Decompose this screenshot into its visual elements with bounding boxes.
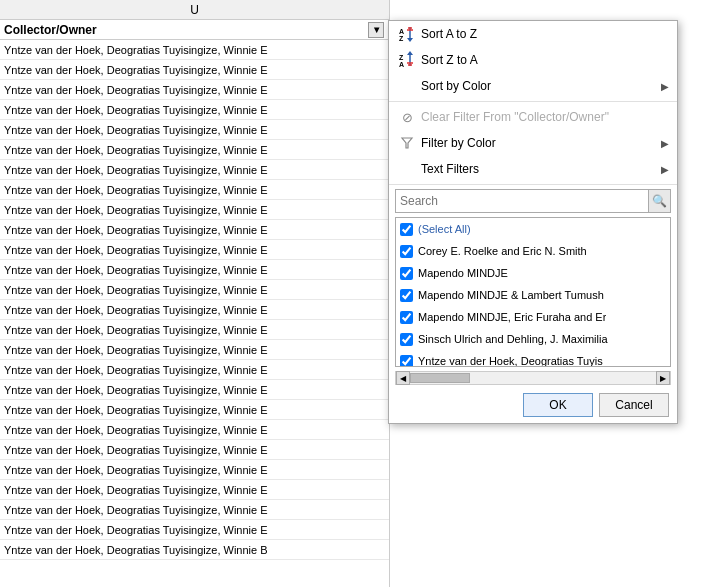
table-row: Yntze van der Hoek, Deogratias Tuyisingi… <box>0 520 389 540</box>
text-filters-arrow: ▶ <box>661 164 669 175</box>
checkbox-label: Sinsch Ulrich and Dehling, J. Maximilia <box>418 333 608 345</box>
column-header-row: Collector/Owner ▾ <box>0 20 389 40</box>
checkbox-label: Yntze van der Hoek, Deogratias Tuyis <box>418 355 603 367</box>
sort-za-label: Sort Z to A <box>421 53 669 67</box>
sort-az-label: Sort A to Z <box>421 27 669 41</box>
search-button[interactable]: 🔍 <box>648 190 670 212</box>
table-row: Yntze van der Hoek, Deogratias Tuyisingi… <box>0 60 389 80</box>
sort-by-color-arrow: ▶ <box>661 81 669 92</box>
spreadsheet-body: Yntze van der Hoek, Deogratias Tuyisingi… <box>0 40 389 560</box>
sort-az-icon: A Z <box>397 25 417 43</box>
checkbox-item[interactable]: Mapendo MINDJE, Eric Furaha and Er <box>396 306 670 328</box>
table-row: Yntze van der Hoek, Deogratias Tuyisingi… <box>0 420 389 440</box>
table-row: Yntze van der Hoek, Deogratias Tuyisingi… <box>0 480 389 500</box>
svg-text:Z: Z <box>399 35 404 42</box>
checkbox-input[interactable] <box>400 289 413 302</box>
table-row: Yntze van der Hoek, Deogratias Tuyisingi… <box>0 160 389 180</box>
checkbox-label: Mapendo MINDJE & Lambert Tumush <box>418 289 604 301</box>
checkbox-item[interactable]: Corey E. Roelke and Eric N. Smith <box>396 240 670 262</box>
table-row: Yntze van der Hoek, Deogratias Tuyisingi… <box>0 440 389 460</box>
svg-text:Z: Z <box>399 54 404 61</box>
table-row: Yntze van der Hoek, Deogratias Tuyisingi… <box>0 540 389 560</box>
table-row: Yntze van der Hoek, Deogratias Tuyisingi… <box>0 80 389 100</box>
sort-by-color-label: Sort by Color <box>421 79 657 93</box>
checkbox-label: Mapendo MINDJE <box>418 267 508 279</box>
checkbox-item[interactable]: Mapendo MINDJE <box>396 262 670 284</box>
checkbox-label: (Select All) <box>418 223 471 235</box>
svg-text:A: A <box>399 28 404 35</box>
text-filters-item[interactable]: Text Filters ▶ <box>389 156 677 182</box>
filter-dropdown-panel: A Z Sort A to Z Z A Sort Z to A <box>388 20 678 424</box>
dialog-buttons: OK Cancel <box>389 387 677 423</box>
table-row: Yntze van der Hoek, Deogratias Tuyisingi… <box>0 280 389 300</box>
sort-az-item[interactable]: A Z Sort A to Z <box>389 21 677 47</box>
svg-marker-3 <box>407 38 413 42</box>
checkbox-input[interactable] <box>400 311 413 324</box>
table-row: Yntze van der Hoek, Deogratias Tuyisingi… <box>0 260 389 280</box>
checkbox-item[interactable]: Yntze van der Hoek, Deogratias Tuyis <box>396 350 670 367</box>
scroll-thumb[interactable] <box>410 373 470 383</box>
checkbox-input[interactable] <box>400 333 413 346</box>
scroll-right-button[interactable]: ▶ <box>656 371 670 385</box>
search-box: 🔍 <box>395 189 671 213</box>
search-input[interactable] <box>396 190 648 212</box>
checkbox-item[interactable]: (Select All) <box>396 218 670 240</box>
table-row: Yntze van der Hoek, Deogratias Tuyisingi… <box>0 500 389 520</box>
sort-za-icon: Z A <box>397 51 417 69</box>
separator-2 <box>389 184 677 185</box>
svg-marker-9 <box>407 51 413 55</box>
table-row: Yntze van der Hoek, Deogratias Tuyisingi… <box>0 300 389 320</box>
checkbox-input[interactable] <box>400 355 413 368</box>
filter-by-color-label: Filter by Color <box>421 136 657 150</box>
table-row: Yntze van der Hoek, Deogratias Tuyisingi… <box>0 140 389 160</box>
checkbox-input[interactable] <box>400 223 413 236</box>
clear-filter-label: Clear Filter From "Collector/Owner" <box>421 110 669 124</box>
table-row: Yntze van der Hoek, Deogratias Tuyisingi… <box>0 120 389 140</box>
clear-filter-item[interactable]: ⊘ Clear Filter From "Collector/Owner" <box>389 104 677 130</box>
sort-by-color-item[interactable]: Sort by Color ▶ <box>389 73 677 99</box>
text-filters-label: Text Filters <box>421 162 657 176</box>
scroll-left-button[interactable]: ◀ <box>396 371 410 385</box>
column-letter: U <box>0 0 389 20</box>
table-row: Yntze van der Hoek, Deogratias Tuyisingi… <box>0 180 389 200</box>
table-row: Yntze van der Hoek, Deogratias Tuyisingi… <box>0 220 389 240</box>
filter-color-icon <box>397 136 417 150</box>
checkbox-item[interactable]: Sinsch Ulrich and Dehling, J. Maximilia <box>396 328 670 350</box>
checkbox-label: Mapendo MINDJE, Eric Furaha and Er <box>418 311 606 323</box>
table-row: Yntze van der Hoek, Deogratias Tuyisingi… <box>0 460 389 480</box>
table-row: Yntze van der Hoek, Deogratias Tuyisingi… <box>0 360 389 380</box>
checkbox-label: Corey E. Roelke and Eric N. Smith <box>418 245 587 257</box>
svg-text:A: A <box>399 61 404 68</box>
table-row: Yntze van der Hoek, Deogratias Tuyisingi… <box>0 240 389 260</box>
checkbox-input[interactable] <box>400 245 413 258</box>
filter-by-color-arrow: ▶ <box>661 138 669 149</box>
horizontal-scrollbar[interactable]: ◀ ▶ <box>395 371 671 385</box>
table-row: Yntze van der Hoek, Deogratias Tuyisingi… <box>0 200 389 220</box>
checkbox-list: (Select All)Corey E. Roelke and Eric N. … <box>395 217 671 367</box>
clear-filter-icon: ⊘ <box>397 110 417 125</box>
ok-button[interactable]: OK <box>523 393 593 417</box>
separator-1 <box>389 101 677 102</box>
table-row: Yntze van der Hoek, Deogratias Tuyisingi… <box>0 100 389 120</box>
cancel-button[interactable]: Cancel <box>599 393 669 417</box>
svg-marker-12 <box>402 138 412 148</box>
checkbox-item[interactable]: Mapendo MINDJE & Lambert Tumush <box>396 284 670 306</box>
table-row: Yntze van der Hoek, Deogratias Tuyisingi… <box>0 400 389 420</box>
column-header-title: Collector/Owner <box>4 23 368 37</box>
filter-dropdown-button[interactable]: ▾ <box>368 22 384 38</box>
table-row: Yntze van der Hoek, Deogratias Tuyisingi… <box>0 40 389 60</box>
spreadsheet: U Collector/Owner ▾ Yntze van der Hoek, … <box>0 0 390 587</box>
table-row: Yntze van der Hoek, Deogratias Tuyisingi… <box>0 380 389 400</box>
table-row: Yntze van der Hoek, Deogratias Tuyisingi… <box>0 340 389 360</box>
sort-za-item[interactable]: Z A Sort Z to A <box>389 47 677 73</box>
table-row: Yntze van der Hoek, Deogratias Tuyisingi… <box>0 320 389 340</box>
filter-by-color-item[interactable]: Filter by Color ▶ <box>389 130 677 156</box>
checkbox-input[interactable] <box>400 267 413 280</box>
